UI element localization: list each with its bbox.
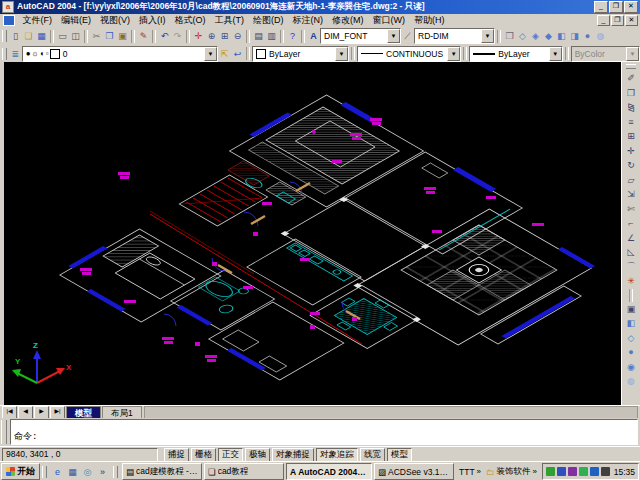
explode-icon[interactable]: ✳ xyxy=(624,274,638,289)
lineweight-combo[interactable]: ByLayer ▼ xyxy=(469,46,562,62)
layer-lock-icon[interactable]: ◐ xyxy=(40,49,45,58)
menu-insert[interactable]: 插入(I) xyxy=(135,14,171,27)
model-toggle[interactable]: 模型 xyxy=(387,448,412,462)
3d-orbit-icon[interactable]: ◈ xyxy=(529,30,542,43)
drawing-canvas[interactable]: Z X Y xyxy=(4,62,622,405)
designcenter-icon[interactable]: ▥ xyxy=(265,30,278,43)
toolbar-grip[interactable] xyxy=(2,48,7,60)
task-acdsee[interactable]: ▨ACDSee v3.1 - 20... xyxy=(374,463,454,480)
chamfer-icon[interactable]: ◺ xyxy=(624,245,638,260)
save-icon[interactable]: ▦ xyxy=(35,30,48,43)
image-icon[interactable]: ▣ xyxy=(624,302,638,317)
tray-icon-6[interactable] xyxy=(601,467,610,476)
properties-icon[interactable]: ▤ xyxy=(252,30,265,43)
help-icon[interactable]: ? xyxy=(286,30,299,43)
extend-icon[interactable]: ⌐ xyxy=(624,216,638,231)
restore-button[interactable]: ❐ xyxy=(609,1,623,13)
3d-views-icon[interactable]: ◇ xyxy=(516,30,529,43)
toolbar-grip[interactable] xyxy=(2,30,7,42)
tray-icon-2[interactable] xyxy=(557,467,566,476)
make-object-layer-current-icon[interactable]: ⇱ xyxy=(218,47,231,60)
plot-icon[interactable]: ▭ xyxy=(56,30,69,43)
combo-dropdown-icon[interactable]: ▼ xyxy=(335,47,348,61)
menu-view[interactable]: 视图(V) xyxy=(96,14,135,27)
zoom-realtime-icon[interactable]: ⊕ xyxy=(205,30,218,43)
redo-icon[interactable]: ↷ xyxy=(171,30,184,43)
menu-format[interactable]: 格式(O) xyxy=(170,14,210,27)
menu-tools[interactable]: 工具(T) xyxy=(210,14,249,27)
task-autocad[interactable]: AAutoCAD 2004 - [... xyxy=(286,463,372,480)
layer-freeze-icon[interactable]: ☼ xyxy=(32,49,39,58)
doc-minimize-button[interactable]: _ xyxy=(597,15,610,26)
menu-draw[interactable]: 绘图(D) xyxy=(249,14,289,27)
mapping-icon[interactable]: ◉ xyxy=(624,360,638,375)
tray-icon-1[interactable] xyxy=(546,467,555,476)
menu-window[interactable]: 窗口(W) xyxy=(368,14,410,27)
document-icon[interactable] xyxy=(3,15,15,26)
band-chevron-icon[interactable]: » xyxy=(477,467,481,476)
band-ttt[interactable]: TTT » xyxy=(459,467,481,477)
named-views-icon[interactable]: ❒ xyxy=(503,30,516,43)
command-input[interactable]: 命令: xyxy=(10,419,638,445)
close-button[interactable]: ✕ xyxy=(624,1,638,13)
combo-dropdown-icon[interactable]: ▼ xyxy=(549,47,562,61)
menu-help[interactable]: 帮助(H) xyxy=(410,14,450,27)
menu-edit[interactable]: 编辑(E) xyxy=(57,14,96,27)
task-notepad[interactable]: ▤cad建模教程 - 记... xyxy=(122,463,202,480)
band-decor-software[interactable]: 🗀 装饰软件 » xyxy=(486,466,537,478)
dim-style-icon[interactable]: ⟋ xyxy=(401,30,414,43)
rotate-icon[interactable]: ↻ xyxy=(624,158,638,173)
start-button[interactable]: 开始 xyxy=(1,463,40,480)
fillet-icon[interactable]: ⌒ xyxy=(624,260,638,275)
task-folder[interactable]: ❏cad教程 xyxy=(204,463,284,480)
tray-icon-3[interactable] xyxy=(568,467,577,476)
text-style-combo[interactable]: DIM_FONT ▼ xyxy=(320,28,401,44)
array-icon[interactable]: ⊞ xyxy=(624,129,638,144)
menu-dimension[interactable]: 标注(N) xyxy=(288,14,328,27)
layer-combo[interactable]: ●☼◐▫ 0 ▼ xyxy=(22,46,218,62)
new-icon[interactable]: ▯ xyxy=(9,30,22,43)
doc-restore-button[interactable]: ❐ xyxy=(611,15,624,26)
scene-icon[interactable]: ◧ xyxy=(624,316,638,331)
cut-icon[interactable]: ✂ xyxy=(90,30,103,43)
layer-previous-icon[interactable]: ↩ xyxy=(231,47,244,60)
match-properties-icon[interactable]: ✎ xyxy=(137,30,150,43)
tray-icon-5[interactable] xyxy=(590,467,599,476)
tray-icon-4[interactable] xyxy=(579,467,588,476)
osnap-toggle[interactable]: 对象捕捉 xyxy=(272,448,314,462)
combo-dropdown-icon[interactable]: ▼ xyxy=(481,29,494,43)
menu-file[interactable]: 文件(F) xyxy=(18,14,57,27)
zoom-window-icon[interactable]: ⊞ xyxy=(218,30,231,43)
zoom-previous-icon[interactable]: ⊖ xyxy=(231,30,244,43)
dim-style-combo[interactable]: RD-DIM ▼ xyxy=(414,28,495,44)
combo-dropdown-icon[interactable]: ▼ xyxy=(447,47,460,61)
show-desktop-icon[interactable]: ▦ xyxy=(66,465,79,478)
color-combo[interactable]: ByLayer ▼ xyxy=(252,46,349,62)
background-icon[interactable]: ◍ xyxy=(624,374,638,389)
open-icon[interactable]: ❏ xyxy=(22,30,35,43)
quicklaunch-chevron[interactable]: » xyxy=(96,465,109,478)
snap-toggle[interactable]: 捕捉 xyxy=(164,448,189,462)
light-icon[interactable]: ◇ xyxy=(624,331,638,346)
layer-on-icon[interactable]: ● xyxy=(26,49,31,58)
hidden-icon[interactable]: ● xyxy=(581,30,594,43)
minimize-button[interactable]: _ xyxy=(594,1,608,13)
break-icon[interactable]: ∠ xyxy=(624,231,638,246)
combo-dropdown-icon[interactable]: ▼ xyxy=(387,29,400,43)
toolbar-grip[interactable] xyxy=(626,64,636,69)
wireframe-icon[interactable]: ◨ xyxy=(568,30,581,43)
lineweight-toggle[interactable]: 线宽 xyxy=(360,448,385,462)
doc-close-button[interactable]: ✕ xyxy=(625,15,638,26)
copy-clip-icon[interactable]: ❐ xyxy=(103,30,116,43)
stretch-icon[interactable]: ⇲ xyxy=(624,187,638,202)
layers-manager-icon[interactable]: ≣ xyxy=(9,47,22,60)
mirror-icon[interactable]: ⧎ xyxy=(624,100,638,115)
menu-modify[interactable]: 修改(M) xyxy=(328,14,369,27)
combo-dropdown-icon[interactable]: ▼ xyxy=(204,47,217,61)
render-icon[interactable]: ◍ xyxy=(594,30,607,43)
polar-toggle[interactable]: 极轴 xyxy=(245,448,270,462)
shade-gouraud-icon[interactable]: ◧ xyxy=(555,30,568,43)
undo-icon[interactable]: ↶ xyxy=(158,30,171,43)
scale-icon[interactable]: ▱ xyxy=(624,173,638,188)
grid-toggle[interactable]: 栅格 xyxy=(191,448,216,462)
